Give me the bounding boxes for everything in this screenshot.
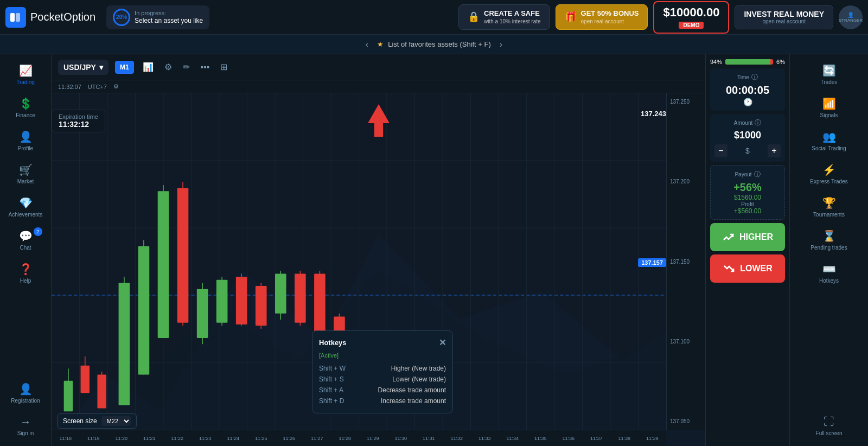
svg-rect-52 <box>256 286 267 326</box>
lower-icon <box>723 262 736 275</box>
chart-icon[interactable]: 📊 <box>141 60 156 74</box>
right-item-trades[interactable]: 🔄 Trades <box>794 59 864 91</box>
lower-label: LOWER <box>740 264 773 273</box>
time-section: Time ⓘ 00:00:05 🕐 <box>710 68 785 111</box>
chat-badge: 2 <box>34 227 42 236</box>
topbar: PocketOption 20% In progress: Select an … <box>0 0 868 35</box>
progress-right-label: 6% <box>776 59 785 65</box>
right-item-express-trades[interactable]: ⚡ Express Trades <box>794 158 864 190</box>
time-value: 00:00:05 <box>714 84 781 97</box>
sidebar-item-achievements[interactable]: 💎 Achievements <box>3 191 49 223</box>
profit-label: Profit <box>715 201 780 207</box>
chevron-down-icon: ▾ <box>99 63 103 72</box>
svg-rect-48 <box>216 280 228 323</box>
screen-size-selector[interactable]: M22 M16 M10 <box>101 416 131 426</box>
sidebar-item-help[interactable]: ❓ Help <box>3 257 49 289</box>
right-item-pending-trades[interactable]: ⌛ Pending trades <box>794 224 864 256</box>
timeframe-m1-label: M1 <box>120 63 129 71</box>
right-item-signals[interactable]: 📶 Signals <box>794 92 864 124</box>
amount-label: Amount <box>734 120 752 126</box>
nav-arrow-right[interactable]: › <box>495 37 507 52</box>
invest-button[interactable]: INVEST REAL MONEY open real account <box>735 5 833 29</box>
pair-selector[interactable]: USD/JPY ▾ <box>58 60 108 75</box>
right-item-tournaments[interactable]: 🏆 Tournaments <box>794 191 864 223</box>
amount-info-icon: ⓘ <box>755 118 761 128</box>
decrease-amount-button[interactable]: − <box>714 144 727 157</box>
currency-icon: $ <box>745 146 750 155</box>
payout-section: Payout ⓘ +56% $1560.00 Profit +$560.00 <box>710 165 785 220</box>
demo-balance[interactable]: $10000.00 DEMO <box>653 1 729 34</box>
sidebar-item-profile[interactable]: 👤 Profile <box>3 125 49 157</box>
amount-controls: − $ + <box>714 144 781 157</box>
nav-arrow-left[interactable]: ‹ <box>361 37 373 52</box>
expiration-label: Expiration time <box>59 113 98 120</box>
payout-info-icon: ⓘ <box>754 170 761 179</box>
grid-icon[interactable]: ⊞ <box>218 60 229 74</box>
progress-circle: 20% <box>113 9 130 26</box>
svg-rect-32 <box>64 381 73 411</box>
sidebar-item-market[interactable]: 🛒 Market <box>3 158 49 190</box>
progress-text: In progress: Select an asset you like <box>135 9 203 26</box>
sidebar-item-finance[interactable]: 💲 Finance <box>3 92 49 124</box>
svg-rect-42 <box>158 191 169 338</box>
sidebar-item-chat[interactable]: 2 💬 Chat <box>3 224 49 256</box>
svg-rect-44 <box>177 188 189 323</box>
pending-trades-icon: ⌛ <box>822 230 836 243</box>
timeframe-button[interactable]: M1 <box>115 61 134 74</box>
logo-text: PocketOption <box>30 11 95 23</box>
chart-body[interactable]: Expiration time 11:32:12 137.243 <box>52 93 705 446</box>
lower-button[interactable]: LOWER <box>710 254 785 283</box>
tournaments-icon: 🏆 <box>822 196 836 209</box>
trading-icon: 📈 <box>19 64 33 77</box>
avatar-icon: 👤 <box>847 12 854 18</box>
screen-size-label: Screen size <box>63 417 97 425</box>
more-icon[interactable]: ••• <box>199 60 212 74</box>
progress-left-label: 94% <box>710 59 722 65</box>
favorites-bar: ‹ ★ List of favorites assets (Shift + F)… <box>0 35 868 54</box>
timer-icon: 🕐 <box>714 98 781 106</box>
svg-rect-1 <box>16 13 20 22</box>
registration-icon: 👤 <box>19 383 33 396</box>
avatar[interactable]: 👤 STRANGER <box>839 5 863 29</box>
safe-icon: 🔒 <box>468 11 480 23</box>
sidebar-item-trading[interactable]: 📈 Trading <box>3 59 49 91</box>
hotkey-row: Shift + S Lower (New trade) <box>319 374 446 385</box>
fullscreen-icon: ⛶ <box>824 416 834 428</box>
right-item-fullscreen[interactable]: ⛶ Full screen <box>794 410 864 442</box>
safe-button[interactable]: 🔒 CREATE A SAFE with a 10% interest rate <box>458 4 550 30</box>
right-item-social-trading[interactable]: 👥 Social Trading <box>794 125 864 157</box>
payout-amount: $1560.00 <box>715 194 780 201</box>
increase-amount-button[interactable]: + <box>768 144 781 157</box>
favorites-star-icon: ★ <box>377 40 384 48</box>
social-trading-icon: 👥 <box>822 130 836 143</box>
logo[interactable]: PocketOption <box>5 7 95 28</box>
hotkeys-popup: Hotkeys ✕ [Active] Shift + W Higher (New… <box>312 330 453 413</box>
chart-time: 11:32:07 <box>58 84 81 90</box>
sidebar-item-signin[interactable]: → Sign in <box>3 410 49 442</box>
price-axis: 137.250 137.200 137.150 137.100 137.050 <box>666 93 705 430</box>
hotkeys-title: Hotkeys <box>319 339 347 347</box>
higher-icon <box>722 231 735 244</box>
svg-rect-46 <box>197 289 208 338</box>
expiration-box: Expiration time 11:32:12 <box>52 110 105 132</box>
time-axis: 11:18 11:19 11:20 11:21 11:22 11:23 11:2… <box>52 430 666 446</box>
bonus-button[interactable]: 🎁 GET 50% BONUS open real account <box>556 4 648 30</box>
right-item-hotkeys[interactable]: ⌨️ Hotkeys <box>794 257 864 289</box>
progress-bar-inner <box>725 59 770 65</box>
settings-icon[interactable]: ⚙ <box>162 60 174 74</box>
right-sidebar: 🔄 Trades 📶 Signals 👥 Social Trading ⚡ Ex… <box>789 54 868 446</box>
profile-icon: 👤 <box>19 130 33 143</box>
gear-icon[interactable]: ⚙ <box>113 83 119 90</box>
svg-rect-36 <box>97 375 106 409</box>
svg-rect-40 <box>138 246 150 375</box>
higher-button[interactable]: HIGHER <box>710 223 785 251</box>
hotkeys-close-button[interactable]: ✕ <box>439 337 446 348</box>
progress-badge: 20% In progress: Select an asset you lik… <box>106 5 209 29</box>
balance-amount: $10000.00 <box>663 5 719 20</box>
expiration-value: 11:32:12 <box>59 120 98 129</box>
sidebar-item-registration[interactable]: 👤 Registration <box>3 377 49 409</box>
pencil-icon[interactable]: ✏ <box>181 60 192 74</box>
hotkeys-status: [Active] <box>319 352 446 359</box>
pair-label: USD/JPY <box>63 63 96 72</box>
chart-timezone: UTC+7 <box>88 84 107 90</box>
